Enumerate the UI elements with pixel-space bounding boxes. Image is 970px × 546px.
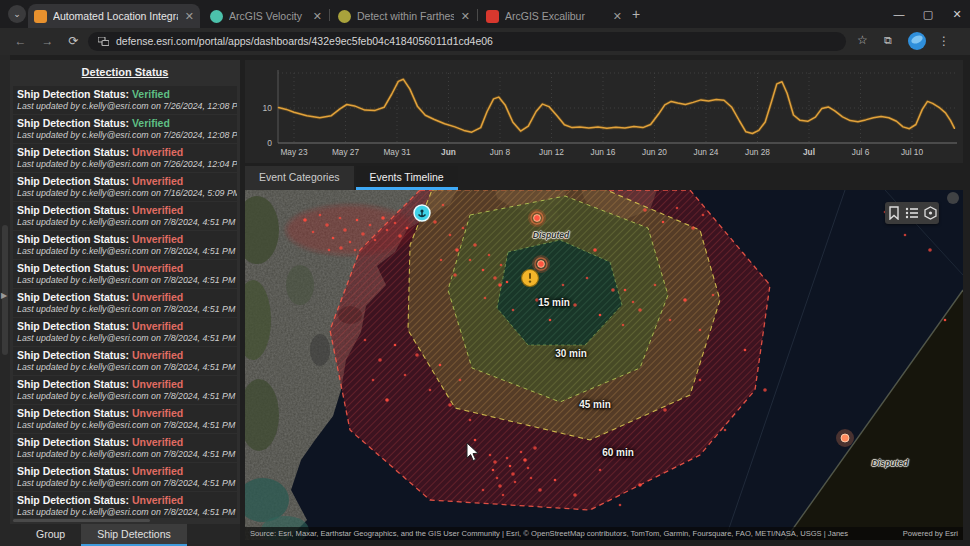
legend-icon[interactable] [905, 207, 919, 219]
browser-tab-1[interactable]: ArcGIS Velocity✕ [204, 4, 328, 28]
tab-search-button[interactable]: ⌄ [8, 5, 26, 23]
detection-status-line: Ship Detection Status: Unverified [17, 349, 233, 361]
detection-status-line: Ship Detection Status: Unverified [17, 175, 233, 187]
drive-time-label: 45 min [579, 399, 611, 410]
svg-text:Jun 16: Jun 16 [591, 147, 616, 157]
last-updated-text: Last updated by c.kelly@esri.com on 7/8/… [17, 217, 233, 227]
disputed-territory-label: Disputed [872, 458, 908, 468]
address-bar[interactable]: defense.esri.com/portal/apps/dashboards/… [88, 32, 846, 51]
tab-close-icon[interactable]: ✕ [461, 10, 470, 23]
status-value: Unverified [132, 262, 183, 274]
sidebar-tab-ship-detections[interactable]: Ship Detections [81, 524, 187, 546]
detection-list-item[interactable]: Ship Detection Status: UnverifiedLast up… [13, 347, 237, 375]
svg-text:Jul: Jul [803, 147, 815, 157]
detection-status-panel: Detection Status Ship Detection Status: … [10, 60, 240, 546]
reload-button[interactable]: ⟳ [65, 33, 82, 50]
svg-text:Jul 10: Jul 10 [901, 147, 924, 157]
detection-list-item[interactable]: Ship Detection Status: UnverifiedLast up… [13, 318, 237, 346]
last-updated-text: Last updated by c.kelly@esri.com on 7/26… [17, 159, 233, 169]
new-tab-button[interactable]: + [632, 7, 640, 21]
detection-list-item[interactable]: Ship Detection Status: UnverifiedLast up… [13, 231, 237, 259]
site-info-icon[interactable] [98, 37, 109, 46]
status-value: Unverified [132, 175, 183, 187]
sidebar-tab-group[interactable]: Group [20, 524, 81, 546]
chart-tab-event-categories[interactable]: Event Categories [245, 166, 354, 190]
minimize-button[interactable]: — [884, 0, 914, 28]
tab-close-icon[interactable]: ✕ [613, 10, 622, 23]
browser-tab-3[interactable]: ArcGIS Excalibur✕ [480, 4, 628, 28]
detection-list-item[interactable]: Ship Detection Status: UnverifiedLast up… [13, 144, 237, 172]
svg-text:Jun 28: Jun 28 [745, 147, 770, 157]
marker-port-anchor[interactable] [414, 205, 430, 221]
last-updated-text: Last updated by c.kelly@esri.com on 7/8/… [17, 362, 233, 372]
browser-menu-icon[interactable]: ⋮ [938, 34, 950, 48]
map-attribution: Source: Esri, Maxar, Earthstar Geographi… [245, 527, 963, 540]
forward-button[interactable]: → [39, 33, 56, 50]
svg-text:May 27: May 27 [332, 147, 360, 157]
detection-status-line: Ship Detection Status: Unverified [17, 233, 233, 245]
chart-tab-events-timeline[interactable]: Events Timeline [356, 166, 458, 190]
svg-text:Jun 12: Jun 12 [539, 147, 564, 157]
left-panel-collapsed-strip[interactable]: ▶ [0, 55, 10, 546]
detection-list-item[interactable]: Ship Detection Status: UnverifiedLast up… [13, 289, 237, 317]
tab-close-icon[interactable]: ✕ [313, 10, 322, 23]
svg-text:0: 0 [267, 138, 272, 148]
map-widget[interactable]: 15 min30 min45 min60 minDisputedDisputed… [245, 190, 963, 540]
detection-list-item[interactable]: Ship Detection Status: UnverifiedLast up… [13, 202, 237, 230]
back-button[interactable]: ← [12, 33, 29, 50]
detection-list-item[interactable]: Ship Detection Status: UnverifiedLast up… [13, 260, 237, 288]
status-value: Unverified [132, 204, 183, 216]
marker-contact-glow[interactable] [836, 429, 854, 447]
panel-title: Detection Status [10, 60, 240, 80]
detection-list-item[interactable]: Ship Detection Status: UnverifiedLast up… [13, 376, 237, 404]
detection-status-line: Ship Detection Status: Unverified [17, 494, 233, 506]
detection-list-item[interactable]: Ship Detection Status: UnverifiedLast up… [13, 463, 237, 491]
events-timeline-chart: 010May 23May 27May 31JunJun 8Jun 12Jun 1… [245, 60, 963, 163]
svg-text:May 31: May 31 [383, 147, 411, 157]
detection-list-item[interactable]: Ship Detection Status: VerifiedLast upda… [13, 86, 237, 114]
detection-status-line: Ship Detection Status: Unverified [17, 262, 233, 274]
detection-list: Ship Detection Status: VerifiedLast upda… [13, 86, 237, 518]
disputed-territory-label: Disputed [533, 230, 569, 240]
status-value: Unverified [132, 465, 183, 477]
last-updated-text: Last updated by c.kelly@esri.com on 7/8/… [17, 333, 233, 343]
status-value: Unverified [132, 291, 183, 303]
browser-titlebar: ⌄ Automated Location Integratio✕ArcGIS V… [0, 0, 970, 28]
browser-tab-0[interactable]: Automated Location Integratio✕ [28, 4, 200, 28]
tab-groups-icon[interactable]: ⧉ [884, 34, 892, 47]
map-toolbar [885, 202, 939, 224]
detection-list-item[interactable]: Ship Detection Status: UnverifiedLast up… [13, 405, 237, 433]
bookmark-star-icon[interactable]: ☆ [857, 33, 868, 47]
profile-avatar[interactable] [908, 32, 926, 50]
marker-incident-warning[interactable] [522, 270, 539, 287]
tab-close-icon[interactable]: ✕ [185, 10, 194, 23]
maximize-button[interactable]: ▢ [913, 0, 943, 28]
bookmark-icon[interactable] [888, 206, 900, 220]
status-value: Unverified [132, 494, 183, 506]
expand-panel-chevron-icon[interactable]: ▶ [1, 291, 7, 300]
close-button[interactable]: ✕ [942, 0, 970, 28]
detection-list-item[interactable]: Ship Detection Status: VerifiedLast upda… [13, 115, 237, 143]
last-updated-text: Last updated by c.kelly@esri.com on 7/8/… [17, 449, 233, 459]
map-corner-button[interactable] [947, 192, 959, 204]
tab-favicon [210, 10, 223, 23]
marker-alert-glow[interactable] [528, 209, 546, 227]
tab-title: Detect within Farthest on Circle [357, 10, 454, 22]
svg-text:Jul 6: Jul 6 [852, 147, 870, 157]
browser-tab-2[interactable]: Detect within Farthest on Circle✕ [332, 4, 476, 28]
browser-window: ⌄ Automated Location Integratio✕ArcGIS V… [0, 0, 970, 546]
detection-list-item[interactable]: Ship Detection Status: UnverifiedLast up… [13, 434, 237, 462]
sidebar-scrollbar[interactable] [13, 519, 150, 522]
status-value: Unverified [132, 378, 183, 390]
chart-tab-bar: Event CategoriesEvents Timeline [245, 164, 963, 190]
detection-list-item[interactable]: Ship Detection Status: UnverifiedLast up… [13, 492, 237, 518]
tab-title: Automated Location Integratio [53, 10, 178, 22]
detection-status-line: Ship Detection Status: Unverified [17, 378, 233, 390]
mouse-cursor [466, 442, 480, 462]
map-canvas[interactable] [245, 190, 963, 540]
detection-list-item[interactable]: Ship Detection Status: UnverifiedLast up… [13, 173, 237, 201]
detection-status-line: Ship Detection Status: Unverified [17, 204, 233, 216]
svg-text:Jun 20: Jun 20 [642, 147, 667, 157]
left-scrollbar-thumb[interactable] [2, 225, 8, 355]
basemap-icon[interactable] [924, 206, 937, 220]
